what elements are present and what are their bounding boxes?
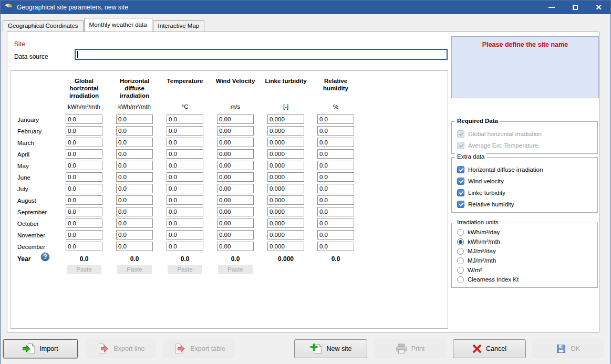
- weather-cell-input[interactable]: [116, 149, 153, 159]
- weather-cell-input[interactable]: [116, 172, 153, 182]
- weather-cell-input[interactable]: [66, 207, 102, 216]
- weather-cell-input[interactable]: [116, 115, 153, 124]
- weather-cell-input[interactable]: [267, 138, 304, 147]
- weather-cell-input[interactable]: [267, 172, 304, 182]
- ok-button[interactable]: OK: [532, 339, 604, 358]
- radio-mj-m-mth[interactable]: [457, 257, 464, 264]
- weather-cell-input[interactable]: [317, 161, 354, 170]
- weather-cell-input[interactable]: [66, 149, 102, 159]
- weather-cell-input[interactable]: [167, 138, 203, 147]
- weather-cell-input[interactable]: [116, 138, 153, 147]
- checkbox-checked[interactable]: [457, 178, 464, 185]
- weather-cell-input[interactable]: [66, 230, 102, 240]
- weather-cell-input[interactable]: [167, 172, 203, 182]
- weather-cell-input[interactable]: [217, 138, 254, 147]
- weather-cell-input[interactable]: [267, 149, 304, 159]
- weather-cell-input[interactable]: [267, 242, 304, 251]
- weather-cell-input[interactable]: [167, 126, 203, 136]
- weather-cell-input[interactable]: [217, 219, 254, 228]
- weather-cell-input[interactable]: [167, 161, 203, 170]
- weather-cell-input[interactable]: [267, 184, 304, 193]
- paste-button[interactable]: Paste: [117, 265, 152, 274]
- import-button[interactable]: Import: [3, 339, 78, 358]
- export-line-button[interactable]: Export line: [86, 339, 156, 358]
- weather-cell-input[interactable]: [66, 115, 102, 124]
- weather-cell-input[interactable]: [66, 126, 102, 136]
- weather-cell-input[interactable]: [317, 230, 354, 240]
- weather-cell-input[interactable]: [167, 115, 203, 124]
- weather-cell-input[interactable]: [217, 242, 254, 251]
- weather-cell-input[interactable]: [66, 138, 102, 147]
- weather-cell-input[interactable]: [217, 115, 254, 124]
- weather-cell-input[interactable]: [217, 126, 254, 136]
- weather-cell-input[interactable]: [116, 161, 153, 170]
- export-table-button[interactable]: Export table: [163, 339, 235, 358]
- weather-cell-input[interactable]: [167, 242, 203, 251]
- close-button[interactable]: [587, 1, 610, 14]
- weather-cell-input[interactable]: [167, 230, 203, 240]
- help-icon[interactable]: ?: [40, 252, 50, 262]
- weather-cell-input[interactable]: [217, 172, 254, 182]
- tab-geographical-coordinates[interactable]: Geographical Coordinates: [3, 20, 84, 32]
- weather-cell-input[interactable]: [116, 219, 153, 228]
- paste-button[interactable]: Paste: [67, 265, 101, 274]
- print-button[interactable]: Print: [374, 339, 446, 358]
- weather-cell-input[interactable]: [116, 184, 153, 193]
- data-source-input[interactable]: [75, 49, 448, 60]
- weather-cell-input[interactable]: [317, 149, 354, 159]
- weather-cell-input[interactable]: [267, 126, 304, 136]
- checkbox-checked[interactable]: [457, 201, 464, 208]
- tab-interactive-map[interactable]: Interactive Map: [153, 20, 205, 32]
- weather-cell-input[interactable]: [317, 115, 354, 124]
- weather-cell-input[interactable]: [116, 126, 153, 136]
- weather-cell-input[interactable]: [267, 195, 304, 205]
- weather-cell-input[interactable]: [66, 219, 102, 228]
- weather-cell-input[interactable]: [267, 230, 304, 240]
- new-site-button[interactable]: New site: [294, 339, 367, 358]
- weather-cell-input[interactable]: [217, 230, 254, 240]
- radio-kwh-m-day[interactable]: [457, 229, 464, 236]
- weather-cell-input[interactable]: [217, 207, 254, 216]
- paste-button[interactable]: Paste: [168, 265, 202, 274]
- weather-cell-input[interactable]: [317, 219, 354, 228]
- weather-cell-input[interactable]: [267, 219, 304, 228]
- weather-cell-input[interactable]: [317, 195, 354, 205]
- weather-cell-input[interactable]: [116, 195, 153, 205]
- paste-button[interactable]: Paste: [218, 265, 253, 274]
- weather-cell-input[interactable]: [167, 207, 203, 216]
- maximize-button[interactable]: [563, 1, 587, 14]
- radio-kwh-m-mth[interactable]: [457, 238, 464, 245]
- weather-cell-input[interactable]: [167, 149, 203, 159]
- weather-cell-input[interactable]: [317, 184, 354, 193]
- weather-cell-input[interactable]: [317, 207, 354, 216]
- weather-cell-input[interactable]: [317, 126, 354, 136]
- weather-cell-input[interactable]: [217, 161, 254, 170]
- weather-cell-input[interactable]: [167, 219, 203, 228]
- weather-cell-input[interactable]: [217, 184, 254, 193]
- weather-cell-input[interactable]: [217, 149, 254, 159]
- cancel-button[interactable]: Cancel: [453, 339, 526, 358]
- weather-cell-input[interactable]: [66, 184, 102, 193]
- minimize-button[interactable]: [540, 1, 563, 14]
- weather-cell-input[interactable]: [317, 172, 354, 182]
- weather-cell-input[interactable]: [217, 195, 254, 205]
- weather-cell-input[interactable]: [116, 242, 153, 251]
- checkbox-checked[interactable]: [457, 166, 464, 173]
- weather-cell-input[interactable]: [66, 172, 102, 182]
- tab-monthly-weather-data[interactable]: Monthly weather data: [84, 18, 152, 32]
- weather-cell-input[interactable]: [116, 207, 153, 216]
- weather-cell-input[interactable]: [66, 161, 102, 170]
- weather-cell-input[interactable]: [66, 195, 102, 205]
- weather-cell-input[interactable]: [317, 138, 354, 147]
- weather-cell-input[interactable]: [317, 242, 354, 251]
- weather-cell-input[interactable]: [167, 184, 203, 193]
- radio-clearness-index-kt[interactable]: [457, 276, 464, 283]
- weather-cell-input[interactable]: [267, 161, 304, 170]
- weather-cell-input[interactable]: [116, 230, 153, 240]
- radio-mj-m-day[interactable]: [457, 248, 464, 255]
- checkbox-checked[interactable]: [457, 189, 464, 196]
- weather-cell-input[interactable]: [167, 195, 203, 205]
- weather-cell-input[interactable]: [267, 115, 304, 124]
- weather-cell-input[interactable]: [66, 242, 102, 251]
- radio-w-m[interactable]: [457, 267, 464, 274]
